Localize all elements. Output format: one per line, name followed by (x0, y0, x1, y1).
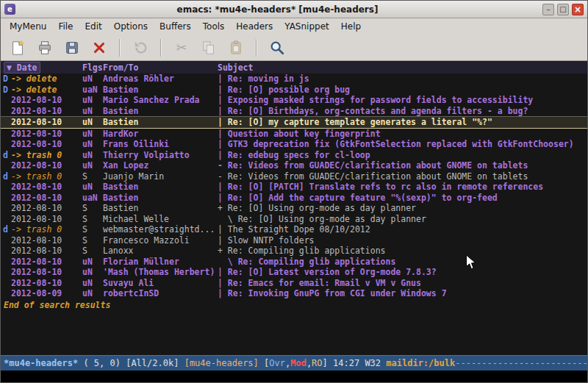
window-icon[interactable]: e (4, 4, 15, 15)
copy-icon (201, 40, 217, 56)
row-subject: - Re: Videos from GUADEC/clarification a… (218, 171, 587, 182)
modeline-maildir: maildir:/bulk (386, 358, 455, 368)
row-mark (1, 246, 11, 257)
paste-button[interactable] (225, 37, 247, 58)
row-from: robertcInSD (103, 288, 218, 299)
maximize-button[interactable]: □ (557, 4, 569, 15)
row-date: 2012-08-09 (11, 288, 82, 299)
menu-mymenu[interactable]: MyMenu (4, 20, 52, 33)
row-flags: uN (82, 160, 103, 171)
header-subject[interactable]: Subject (218, 62, 587, 73)
row-date: 2012-08-10 (11, 193, 82, 204)
row-flags: uN (82, 182, 103, 193)
close-buffer-button[interactable] (88, 37, 110, 58)
row-subject: | Re: Invoking GnuPG from CGI under Wind… (218, 288, 587, 299)
menu-headers[interactable]: Headers (230, 20, 279, 33)
row-subject: | The Straight Dope 08/10/2012 (218, 224, 587, 235)
window-title: emacs: *mu4e-headers* [mu4e-headers] (15, 4, 539, 15)
message-row[interactable]: 2012-08-10 S Michael Welle \ Re: [O] Usi… (1, 214, 587, 225)
echo-area[interactable] (1, 371, 587, 382)
toolbar-separator (119, 39, 121, 57)
row-from: Francesco Mazzoli (103, 235, 218, 246)
message-row[interactable]: D -> delete uaN Bastien | Re: [O] possib… (1, 85, 587, 96)
paste-icon (228, 40, 244, 56)
row-subject: | Re: [O] Birthdays, org-contacts and ag… (218, 106, 587, 117)
row-subject: | Re: Emacs for email: Rmail v VM v Gnus (218, 278, 587, 289)
save-icon (64, 40, 80, 56)
row-from: Bastien (103, 106, 218, 117)
cut-button[interactable]: ✂ (171, 37, 193, 58)
titlebar[interactable]: e emacs: *mu4e-headers* [mu4e-headers] –… (1, 1, 587, 18)
row-mark (1, 129, 11, 140)
row-subject: | GTK3 deprecation fix (GtkFontSelection… (218, 139, 587, 150)
header-from[interactable]: From/To (103, 62, 218, 73)
row-flags: uN (82, 139, 103, 150)
modeline-buffer-name[interactable]: *mu4e-headers* (4, 358, 83, 368)
cut-icon: ✂ (176, 40, 187, 55)
search-button[interactable] (266, 37, 288, 58)
row-from: Bastien (103, 117, 218, 128)
row-date: 2012-08-10 (11, 278, 82, 289)
message-row[interactable]: 2012-08-10 uN Bastien | Re: [O] [PATCH] … (1, 182, 587, 193)
row-from: Bastien (103, 193, 218, 204)
row-from: Andreas Röhler (103, 74, 218, 85)
copy-button[interactable] (198, 37, 220, 58)
row-mark (1, 160, 11, 171)
row-flags: S (82, 171, 103, 182)
row-date: 2012-08-10 (11, 246, 82, 257)
message-row[interactable]: d -> trash 0 uN Thierry Volpiatto | Re: … (1, 150, 587, 161)
row-flags: uN (82, 267, 103, 278)
message-row[interactable]: 2012-08-10 uN Bastien | Re: [O] my captu… (1, 116, 587, 129)
row-flags: S (82, 224, 103, 235)
message-row[interactable]: D -> delete uN Andreas Röhler | Re: movi… (1, 74, 587, 85)
menu-help[interactable]: Help (335, 20, 367, 33)
modeline-position: ( 5, 0) (83, 358, 126, 368)
menu-edit[interactable]: Edit (79, 20, 108, 33)
row-date: 2012-08-10 (11, 139, 82, 150)
modeline-modified[interactable]: Mod (290, 358, 306, 368)
message-row[interactable]: 2012-08-10 S Bastien + Re: [O] Using org… (1, 203, 587, 214)
menu-file[interactable]: File (52, 20, 79, 33)
menu-buffers[interactable]: Buffers (154, 20, 197, 33)
row-flags: S (82, 214, 103, 225)
undo-button[interactable] (129, 37, 151, 58)
menu-tools[interactable]: Tools (197, 20, 231, 33)
message-row[interactable]: d -> trash 0 S webmaster@straightd... | … (1, 224, 587, 235)
modeline-major-mode[interactable]: [mu4e-headers] (184, 358, 264, 368)
message-row[interactable]: 2012-08-09 uN robertcInSD | Re: Invoking… (1, 288, 587, 299)
message-row[interactable]: 2012-08-10 S Lanoxx + Re: Compiling glib… (1, 246, 587, 257)
row-date: 2012-08-10 (11, 117, 82, 128)
row-from: Suvayu Ali (103, 278, 218, 289)
close-button[interactable]: × (572, 4, 584, 15)
row-subject: \ Re: [O] Using org-mode as day planner (218, 214, 587, 225)
message-row[interactable]: 2012-08-10 uN HardKor | Question about k… (1, 129, 587, 140)
row-subject: | Re: [O] my capture template generates … (218, 117, 587, 128)
header-flags[interactable]: Flgs (82, 62, 103, 73)
modeline-overwrite: Ovr (269, 358, 285, 368)
row-mark (1, 95, 11, 106)
row-mark: d (1, 150, 11, 161)
row-from: Frans Oilinki (103, 139, 218, 150)
new-file-button[interactable] (7, 37, 29, 58)
row-mark: D (1, 74, 11, 85)
message-row[interactable]: 2012-08-10 uN Florian Müllner \ Re: Comp… (1, 257, 587, 268)
message-row[interactable]: 2012-08-10 uaN Bastien | Re: [O] Add the… (1, 193, 587, 204)
message-row[interactable]: 2012-08-10 uN Mario Sanchez Prada | Expo… (1, 95, 587, 106)
header-date[interactable]: ▼ Date (1, 62, 82, 73)
print-button[interactable] (34, 37, 56, 58)
minimize-button[interactable]: – (542, 4, 554, 15)
message-row[interactable]: 2012-08-10 uN Frans Oilinki | GTK3 depre… (1, 139, 587, 150)
save-button[interactable] (61, 37, 83, 58)
message-row[interactable]: 2012-08-10 uN Suvayu Ali | Re: Emacs for… (1, 278, 587, 289)
toolbar-separator (160, 39, 162, 57)
row-mark (1, 288, 11, 299)
message-row[interactable]: 2012-08-10 uN 'Mash (Thomas Herbert) | R… (1, 267, 587, 278)
header-line: ▼ Date Flgs From/To Subject (1, 61, 587, 74)
message-row[interactable]: 2012-08-10 uN Bastien | Re: [O] Birthday… (1, 106, 587, 117)
message-row[interactable]: 2012-08-10 S Francesco Mazzoli | Slow NN… (1, 235, 587, 246)
modeline-time: 14:27 (333, 358, 365, 368)
menu-yasnippet[interactable]: YASnippet (279, 20, 335, 33)
message-row[interactable]: d -> trash 0 S Juanjo Marin - Re: Videos… (1, 171, 587, 182)
message-row[interactable]: 2012-08-10 uN Xan Lopez - Re: Videos fro… (1, 160, 587, 171)
menu-options[interactable]: Options (108, 20, 154, 33)
